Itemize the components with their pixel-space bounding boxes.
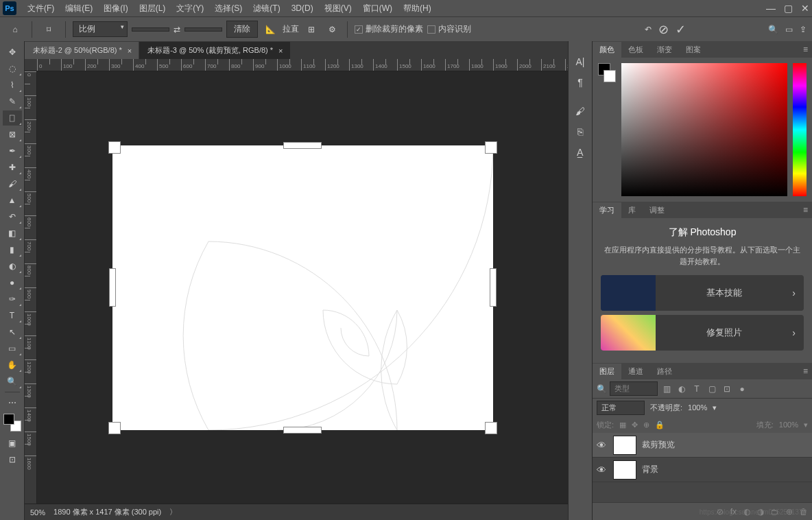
crop-handle-l[interactable] bbox=[109, 268, 116, 307]
crop-handle-r[interactable] bbox=[490, 268, 497, 307]
menu-view[interactable]: 视图(V) bbox=[319, 3, 357, 14]
menu-filter[interactable]: 滤镜(T) bbox=[248, 3, 285, 14]
tab-learn[interactable]: 学习 bbox=[593, 202, 621, 218]
lock-artboard-icon[interactable]: ⊕ bbox=[643, 421, 649, 429]
share-icon[interactable]: ⇪ bbox=[800, 25, 807, 34]
crop-handle-br[interactable] bbox=[485, 422, 497, 434]
opacity-value[interactable]: 100% bbox=[688, 403, 707, 412]
lock-pixels-icon[interactable]: ▦ bbox=[619, 421, 626, 429]
canvas[interactable] bbox=[112, 145, 493, 430]
edit-toolbar-icon[interactable]: ⋯ bbox=[3, 395, 22, 410]
screen-mode-icon[interactable]: ⊡ bbox=[3, 452, 22, 467]
info-flyout-icon[interactable]: 〉 bbox=[169, 507, 177, 517]
layer-name[interactable]: 背景 bbox=[642, 464, 658, 475]
lock-all-icon[interactable]: 🔒 bbox=[655, 421, 665, 429]
tab-swatches[interactable]: 色板 bbox=[621, 42, 650, 58]
learn-card-basics[interactable]: 基本技能 › bbox=[601, 275, 804, 311]
eraser-tool[interactable]: ◧ bbox=[3, 226, 22, 241]
menu-help[interactable]: 帮助(H) bbox=[398, 3, 437, 14]
fill-value[interactable]: 100% bbox=[779, 421, 798, 429]
close-icon[interactable]: × bbox=[128, 47, 132, 55]
document-info[interactable]: 1890 像素 x 1417 像素 (300 ppi) bbox=[53, 507, 161, 517]
hue-slider[interactable] bbox=[793, 63, 807, 196]
cancel-crop-icon[interactable]: ⊘ bbox=[658, 22, 669, 37]
menu-window[interactable]: 窗口(W) bbox=[357, 3, 398, 14]
blend-mode-dropdown[interactable]: 正常 bbox=[597, 401, 645, 415]
window-close-icon[interactable]: ✕ bbox=[801, 3, 809, 14]
glyphs-panel-icon[interactable]: A̲ bbox=[577, 147, 584, 158]
move-tool[interactable]: ✥ bbox=[3, 45, 22, 60]
tab-libraries[interactable]: 库 bbox=[621, 202, 643, 218]
eyedropper-tool[interactable]: ✒ bbox=[3, 143, 22, 158]
crop-handle-t[interactable] bbox=[283, 142, 322, 149]
dropdown-icon[interactable]: ▾ bbox=[804, 421, 808, 429]
history-brush-tool[interactable]: ↶ bbox=[3, 209, 22, 224]
dodge-tool[interactable]: ● bbox=[3, 275, 22, 290]
quick-mask-icon[interactable]: ▣ bbox=[3, 436, 22, 451]
foreground-background-colors[interactable] bbox=[3, 414, 21, 432]
filter-image-icon[interactable]: ▥ bbox=[660, 384, 673, 394]
hand-tool[interactable]: ✋ bbox=[3, 357, 22, 373]
menu-file[interactable]: 文件(F) bbox=[22, 3, 60, 14]
color-field[interactable] bbox=[621, 63, 787, 196]
zoom-tool[interactable]: 🔍 bbox=[3, 374, 22, 389]
frame-tool[interactable]: ⊠ bbox=[3, 127, 22, 142]
tab-gradients[interactable]: 渐变 bbox=[650, 42, 679, 58]
healing-tool[interactable]: ✚ bbox=[3, 160, 22, 175]
window-minimize-icon[interactable]: — bbox=[766, 3, 776, 14]
tab-patterns[interactable]: 图案 bbox=[679, 42, 708, 58]
crop-handle-b[interactable] bbox=[283, 427, 322, 434]
type-tool[interactable]: T bbox=[3, 308, 22, 323]
tab-paths[interactable]: 路径 bbox=[650, 364, 679, 379]
stamp-tool[interactable]: ▲ bbox=[3, 193, 22, 208]
swap-dimensions-icon[interactable]: ⇄ bbox=[174, 25, 180, 34]
clear-button[interactable]: 清除 bbox=[226, 21, 258, 38]
crop-tool-icon[interactable]: ⌑ bbox=[39, 21, 58, 38]
color-preview[interactable] bbox=[598, 63, 616, 196]
tab-adjustments[interactable]: 调整 bbox=[643, 202, 671, 218]
filter-toggle-icon[interactable]: ● bbox=[736, 384, 748, 394]
crop-tool[interactable]: ⎕ bbox=[3, 110, 22, 126]
brush-tool[interactable]: 🖌 bbox=[3, 176, 22, 191]
lasso-tool[interactable]: ⌇ bbox=[3, 78, 22, 93]
crop-handle-bl[interactable] bbox=[108, 422, 121, 434]
panel-menu-icon[interactable]: ≡ bbox=[803, 45, 808, 54]
brush-panel-icon[interactable]: 🖌 bbox=[575, 106, 585, 117]
menu-3d[interactable]: 3D(D) bbox=[286, 3, 319, 13]
horizontal-ruler[interactable]: 0100200300400500600700800900100011001200… bbox=[25, 59, 568, 71]
layer-name[interactable]: 裁剪预览 bbox=[642, 439, 675, 451]
overlay-options-icon[interactable]: ⊞ bbox=[303, 21, 320, 38]
layer-filter-input[interactable]: 类型 bbox=[610, 381, 658, 396]
aspect-ratio-dropdown[interactable]: 比例 bbox=[73, 21, 128, 37]
window-maximize-icon[interactable]: ▢ bbox=[784, 3, 793, 14]
filter-adjust-icon[interactable]: ◐ bbox=[676, 384, 688, 394]
filter-smart-icon[interactable]: ⊡ bbox=[721, 384, 733, 394]
delete-cropped-checkbox[interactable]: ✓ 删除裁剪的像素 bbox=[355, 23, 423, 35]
gradient-tool[interactable]: ▮ bbox=[3, 242, 22, 257]
crop-handle-tl[interactable] bbox=[108, 141, 121, 154]
canvas-area[interactable] bbox=[37, 71, 568, 504]
menu-edit[interactable]: 编辑(E) bbox=[60, 3, 98, 14]
home-button[interactable]: ⌂ bbox=[5, 21, 25, 38]
layer-row-crop-preview[interactable]: 👁 裁剪预览 bbox=[593, 433, 812, 458]
marquee-tool[interactable]: ◌ bbox=[3, 61, 22, 76]
learn-card-retouch[interactable]: 修复照片 › bbox=[601, 315, 804, 351]
close-icon[interactable]: × bbox=[278, 47, 283, 55]
clone-panel-icon[interactable]: ⎘ bbox=[577, 126, 583, 137]
filter-type-icon[interactable]: T bbox=[691, 384, 703, 394]
tab-channels[interactable]: 通道 bbox=[621, 364, 650, 379]
zoom-level[interactable]: 50% bbox=[30, 508, 45, 517]
reset-crop-icon[interactable]: ↶ bbox=[645, 25, 652, 34]
visibility-icon[interactable]: 👁 bbox=[597, 464, 608, 475]
search-icon[interactable]: 🔍 bbox=[768, 25, 778, 34]
quick-select-tool[interactable]: ✎ bbox=[3, 94, 22, 109]
menu-type[interactable]: 文字(Y) bbox=[171, 3, 209, 14]
filter-shape-icon[interactable]: ▢ bbox=[706, 384, 718, 394]
layer-row-background[interactable]: 👁 背景 bbox=[593, 458, 812, 482]
character-panel-icon[interactable]: A| bbox=[576, 56, 585, 67]
menu-image[interactable]: 图像(I) bbox=[98, 3, 133, 14]
crop-options-icon[interactable]: ⚙ bbox=[324, 21, 340, 38]
lock-position-icon[interactable]: ✥ bbox=[632, 421, 638, 429]
path-select-tool[interactable]: ↖ bbox=[3, 324, 22, 340]
crop-width-input[interactable] bbox=[132, 27, 169, 32]
